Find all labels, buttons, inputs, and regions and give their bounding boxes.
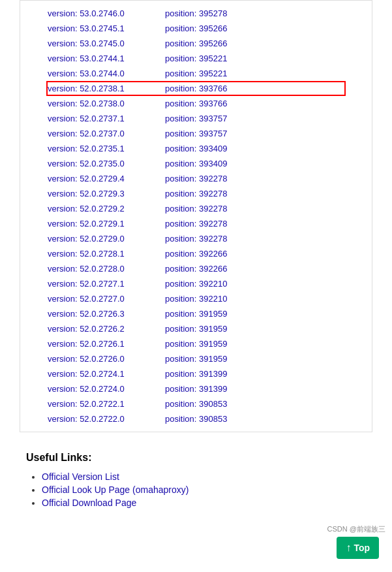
table-row: version: 52.0.2729.4position: 392278 xyxy=(46,171,346,186)
csdn-watermark: CSDN @前端族三 xyxy=(327,524,385,534)
version-table-container: version: 53.0.2746.0position: 395278vers… xyxy=(20,0,372,432)
position-link[interactable]: position: 395266 xyxy=(165,24,269,33)
table-row: version: 52.0.2722.0position: 390853 xyxy=(46,411,346,426)
version-link[interactable]: version: 52.0.2738.1 xyxy=(48,84,165,93)
position-link[interactable]: position: 392278 xyxy=(165,189,269,199)
table-row: version: 52.0.2728.0position: 392266 xyxy=(46,261,346,276)
table-row: version: 53.0.2746.0position: 395278 xyxy=(46,6,346,21)
position-link[interactable]: position: 392278 xyxy=(165,219,269,229)
version-link[interactable]: version: 52.0.2724.0 xyxy=(48,384,165,394)
useful-links-title: Useful Links: xyxy=(26,452,366,464)
table-row: version: 52.0.2738.0position: 393766 xyxy=(46,96,346,111)
table-row: version: 52.0.2727.1position: 392210 xyxy=(46,276,346,291)
position-link[interactable]: position: 395221 xyxy=(165,54,269,63)
version-link[interactable]: version: 53.0.2746.0 xyxy=(48,8,165,18)
version-link[interactable]: version: 52.0.2729.0 xyxy=(48,234,165,244)
version-link[interactable]: version: 53.0.2744.0 xyxy=(48,69,165,78)
version-link[interactable]: version: 52.0.2726.3 xyxy=(48,309,165,319)
arrow-up-icon: ↑ xyxy=(346,542,351,554)
position-link[interactable]: position: 391959 xyxy=(165,339,269,349)
position-link[interactable]: position: 392278 xyxy=(165,174,269,183)
table-row: version: 52.0.2726.2position: 391959 xyxy=(46,321,346,336)
position-link[interactable]: position: 392266 xyxy=(165,249,269,259)
links-list: Official Version ListOfficial Look Up Pa… xyxy=(26,471,366,508)
version-link[interactable]: version: 53.0.2745.0 xyxy=(48,39,165,48)
table-row: version: 52.0.2728.1position: 392266 xyxy=(46,246,346,261)
position-link[interactable]: position: 393766 xyxy=(165,84,269,93)
table-row: version: 53.0.2745.1position: 395266 xyxy=(46,21,346,36)
version-link[interactable]: version: 52.0.2728.1 xyxy=(48,249,165,259)
position-link[interactable]: position: 395221 xyxy=(165,69,269,78)
position-link[interactable]: position: 391959 xyxy=(165,324,269,334)
useful-link[interactable]: Official Version List xyxy=(42,471,119,482)
useful-links-section: Useful Links: Official Version ListOffic… xyxy=(0,432,392,524)
table-row: version: 52.0.2724.0position: 391399 xyxy=(46,381,346,396)
version-link[interactable]: version: 52.0.2738.0 xyxy=(48,99,165,108)
version-link[interactable]: version: 52.0.2722.1 xyxy=(48,399,165,409)
version-link[interactable]: version: 52.0.2735.1 xyxy=(48,144,165,153)
version-link[interactable]: version: 52.0.2737.1 xyxy=(48,114,165,123)
version-link[interactable]: version: 52.0.2735.0 xyxy=(48,159,165,168)
version-link[interactable]: version: 52.0.2722.0 xyxy=(48,414,165,424)
position-link[interactable]: position: 395266 xyxy=(165,39,269,48)
table-row: version: 52.0.2726.0position: 391959 xyxy=(46,351,346,366)
table-row: version: 52.0.2729.1position: 392278 xyxy=(46,216,346,231)
position-link[interactable]: position: 393757 xyxy=(165,114,269,123)
table-row: version: 52.0.2726.3position: 391959 xyxy=(46,306,346,321)
position-link[interactable]: position: 392278 xyxy=(165,204,269,214)
useful-link[interactable]: Official Download Page xyxy=(42,498,136,508)
position-link[interactable]: position: 393409 xyxy=(165,144,269,153)
version-link[interactable]: version: 52.0.2724.1 xyxy=(48,369,165,379)
version-link[interactable]: version: 52.0.2726.2 xyxy=(48,324,165,334)
position-link[interactable]: position: 395278 xyxy=(165,8,269,18)
position-link[interactable]: position: 391959 xyxy=(165,354,269,364)
version-link[interactable]: version: 53.0.2745.1 xyxy=(48,24,165,33)
table-row: version: 52.0.2729.2position: 392278 xyxy=(46,201,346,216)
table-row: version: 52.0.2727.0position: 392210 xyxy=(46,291,346,306)
useful-link[interactable]: Official Look Up Page (omahaproxy) xyxy=(42,485,188,495)
table-row: version: 52.0.2738.1position: 393766 xyxy=(46,81,346,96)
position-link[interactable]: position: 390853 xyxy=(165,414,269,424)
version-link[interactable]: version: 53.0.2744.1 xyxy=(48,54,165,63)
position-link[interactable]: position: 393409 xyxy=(165,159,269,168)
position-link[interactable]: position: 393766 xyxy=(165,99,269,108)
version-link[interactable]: version: 52.0.2728.0 xyxy=(48,264,165,274)
top-label: Top xyxy=(354,543,370,553)
table-row: version: 53.0.2745.0position: 395266 xyxy=(46,36,346,51)
version-link[interactable]: version: 52.0.2729.2 xyxy=(48,204,165,214)
position-link[interactable]: position: 392266 xyxy=(165,264,269,274)
table-row: version: 52.0.2729.0position: 392278 xyxy=(46,231,346,246)
table-row: version: 52.0.2737.1position: 393757 xyxy=(46,111,346,126)
position-link[interactable]: position: 390853 xyxy=(165,399,269,409)
table-row: version: 52.0.2737.0position: 393757 xyxy=(46,126,346,141)
version-link[interactable]: version: 52.0.2729.1 xyxy=(48,219,165,229)
position-link[interactable]: position: 391959 xyxy=(165,309,269,319)
table-row: version: 52.0.2735.0position: 393409 xyxy=(46,156,346,171)
table-row: version: 52.0.2724.1position: 391399 xyxy=(46,366,346,381)
table-row: version: 52.0.2735.1position: 393409 xyxy=(46,141,346,156)
position-link[interactable]: position: 393757 xyxy=(165,129,269,138)
table-row: version: 53.0.2744.1position: 395221 xyxy=(46,51,346,66)
version-link[interactable]: version: 52.0.2726.1 xyxy=(48,339,165,349)
version-link[interactable]: version: 52.0.2737.0 xyxy=(48,129,165,138)
table-row: version: 53.0.2744.0position: 395221 xyxy=(46,66,346,81)
position-link[interactable]: position: 392210 xyxy=(165,279,269,289)
version-link[interactable]: version: 52.0.2727.1 xyxy=(48,279,165,289)
version-link[interactable]: version: 52.0.2729.3 xyxy=(48,189,165,199)
table-row: version: 52.0.2726.1position: 391959 xyxy=(46,336,346,351)
position-link[interactable]: position: 392278 xyxy=(165,234,269,244)
position-link[interactable]: position: 391399 xyxy=(165,369,269,379)
position-link[interactable]: position: 391399 xyxy=(165,384,269,394)
table-row: version: 52.0.2729.3position: 392278 xyxy=(46,186,346,201)
version-link[interactable]: version: 52.0.2727.0 xyxy=(48,294,165,304)
top-button[interactable]: ↑ Top xyxy=(337,537,379,559)
version-link[interactable]: version: 52.0.2729.4 xyxy=(48,174,165,183)
position-link[interactable]: position: 392210 xyxy=(165,294,269,304)
table-row: version: 52.0.2722.1position: 390853 xyxy=(46,396,346,411)
version-link[interactable]: version: 52.0.2726.0 xyxy=(48,354,165,364)
